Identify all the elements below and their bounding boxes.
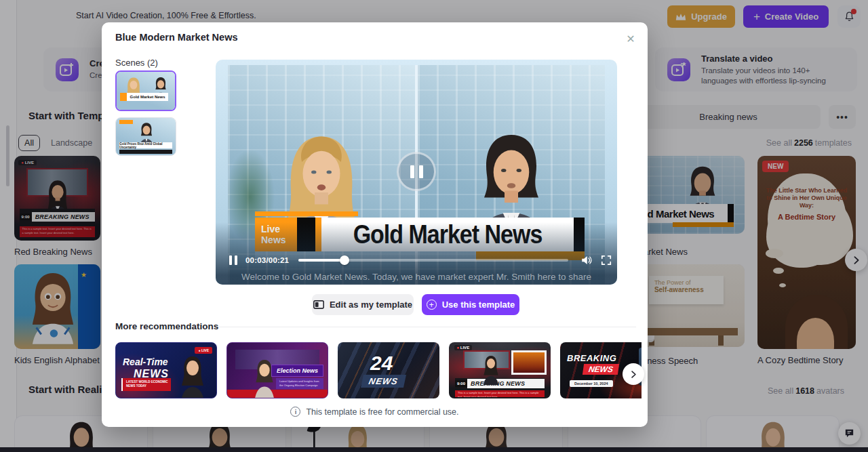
template-icon (313, 300, 324, 309)
video-player[interactable]: Live News Gold Market News 00:03/00:21 (216, 60, 617, 285)
seek-thumb[interactable] (340, 255, 349, 265)
rec-anchor (246, 356, 283, 398)
fullscreen-button[interactable] (601, 255, 612, 266)
plus-circle-icon: + (427, 300, 437, 310)
more-recommendations-heading: More recommendations (115, 321, 218, 331)
seek-progress (298, 259, 344, 262)
rec-banner-sub: Latest Updates and Insights from the Ong… (276, 378, 323, 389)
rec-breaking: BREAKING (567, 353, 616, 363)
close-icon[interactable]: ✕ (623, 30, 639, 47)
player-controls: 00:03/00:21 (216, 253, 617, 267)
template-preview-modal: Blue Modern Market News ✕ Scenes (2) Gol… (102, 22, 648, 427)
rec-news-label: NEWS (361, 375, 406, 388)
mini-live-tag (119, 120, 132, 124)
chevron-right-icon (629, 370, 638, 379)
seek-slider[interactable] (298, 259, 568, 262)
info-icon: i (290, 407, 300, 417)
edit-as-template-button[interactable]: Edit as my template (312, 294, 414, 315)
rec-news-box: NEWS (583, 364, 619, 375)
rec-anchor (172, 353, 214, 398)
speaker-icon (580, 255, 593, 266)
scenes-label: Scenes (2) (115, 58, 158, 68)
rec-date-tag: December 10, 2024 (570, 380, 613, 387)
screen: Start AI Video Creation, 100% Free & Eff… (0, 0, 868, 452)
mini-banner: Gold Prices Rise Amid Global Uncertainty (119, 142, 172, 148)
rec-card-realtime-news[interactable]: ● LIVE Real-Time NEWS LATEST WORLD ECONO… (115, 342, 217, 398)
divider (218, 327, 636, 327)
time-display: 00:03/00:21 (245, 256, 289, 264)
edit-button-label: Edit as my template (330, 300, 412, 310)
use-button-label: Use this template (442, 300, 515, 310)
rec-card-24-news[interactable]: 24 NEWS (338, 342, 439, 398)
pause-overlay-button[interactable] (397, 152, 436, 191)
rec-card-breaking-news-studio[interactable]: ● LIVE 9:00BREAKING NEWS This is a sampl… (449, 342, 551, 398)
rec-title: Real-Time (123, 356, 168, 367)
mini-banner: Gold Market News (127, 93, 167, 100)
rec-card-election-news[interactable]: Election News Latest Updates and Insight… (226, 342, 328, 398)
use-template-button[interactable]: + Use this template (422, 294, 519, 315)
caption-text: Welcome to Gold Market News. Today, we h… (216, 272, 617, 282)
scene-thumbnail-2[interactable]: Gold Prices Rise Amid Global Uncertainty (115, 117, 176, 156)
scene-thumbnail-1[interactable]: Gold Market News (115, 70, 176, 111)
rec-sub: LATEST WORLD ECONOMICNEWS TODAY (121, 378, 171, 392)
rec-banner: Election News (271, 365, 323, 377)
banner-accent-stripe (255, 211, 358, 216)
volume-button[interactable] (580, 255, 593, 266)
pause-button[interactable] (229, 255, 237, 265)
rec-anchor (477, 352, 505, 387)
fullscreen-icon (601, 255, 612, 266)
rec-24: 24 (370, 352, 393, 375)
recommendations-next-button[interactable] (623, 363, 644, 385)
modal-title: Blue Modern Market News (115, 32, 238, 43)
license-note: i This template is free for commercial u… (102, 407, 648, 417)
rec-inset-image (511, 350, 547, 375)
live-badge: ● LIVE (195, 347, 212, 354)
recommendations-row: ● LIVE Real-Time NEWS LATEST WORLD ECONO… (115, 342, 642, 399)
